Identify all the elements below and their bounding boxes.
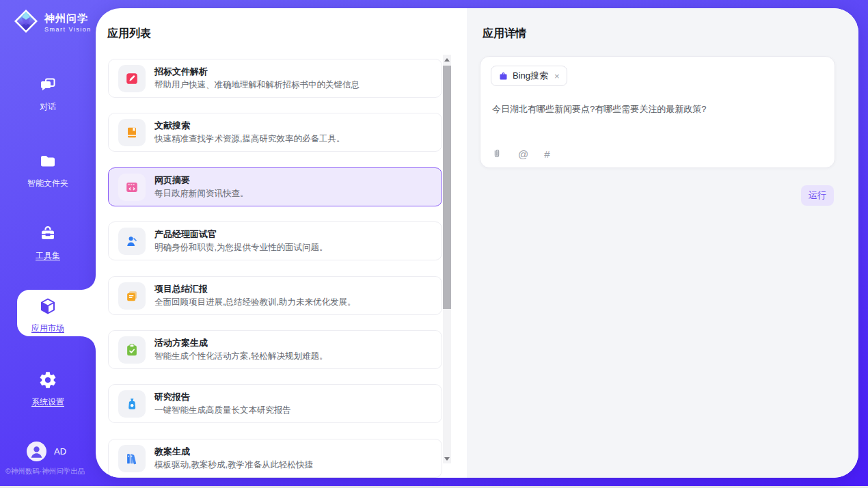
- attachment-icon[interactable]: [491, 148, 502, 160]
- sidebar-item-settings[interactable]: 系统设置: [0, 370, 96, 408]
- app-detail-title: 应用详情: [483, 27, 526, 41]
- triangle-up-icon: [444, 58, 450, 62]
- app-card-desc: 智能生成个性化活动方案,轻松解决规划难题。: [154, 351, 327, 362]
- app-card[interactable]: 招标文件解析帮助用户快速、准确地理解和解析招标书中的关键信息: [108, 59, 442, 98]
- app-card-text: 网页摘要每日政府新闻资讯快查。: [154, 174, 249, 200]
- sidebar-item-smart-folder[interactable]: 智能文件夹: [0, 152, 96, 189]
- app-card-desc: 一键智能生成高质量长文本研究报告: [154, 405, 291, 416]
- brand-name: 神州问学: [44, 12, 92, 25]
- briefcase-icon: [498, 71, 508, 81]
- app-card[interactable]: 项目总结汇报全面回顾项目进展,总结经验教训,助力未来优化发展。: [108, 276, 442, 315]
- app-card-desc: 帮助用户快速、准确地理解和解析招标书中的关键信息: [154, 79, 360, 91]
- app-card[interactable]: 活动方案生成智能生成个性化活动方案,轻松解决规划难题。: [108, 330, 442, 369]
- user-initials: AD: [54, 446, 66, 457]
- app-card[interactable]: 研究报告一键智能生成高质量长文本研究报告: [108, 384, 442, 423]
- folder-icon: [38, 152, 57, 174]
- clipboard-check-icon: [118, 336, 146, 364]
- triangle-down-icon: [444, 457, 450, 461]
- app-card-desc: 全面回顾项目进展,总结经验教训,助力未来优化发展。: [154, 297, 355, 308]
- books-icon: [118, 445, 146, 472]
- brand-diamond-icon: [12, 8, 40, 38]
- app-card-text: 产品经理面试官明确身份和职责,为您提供专业性的面试问题。: [154, 228, 327, 254]
- app-card-title: 招标文件解析: [154, 66, 360, 77]
- app-card-text: 招标文件解析帮助用户快速、准确地理解和解析招标书中的关键信息: [154, 66, 360, 91]
- hashtag-icon[interactable]: #: [544, 148, 550, 160]
- app-card[interactable]: 产品经理面试官明确身份和职责,为您提供专业性的面试问题。: [108, 221, 442, 260]
- sidebar-item-chat[interactable]: 对话: [0, 75, 96, 113]
- app-list-title: 应用列表: [107, 27, 151, 41]
- app-card-title: 项目总结汇报: [154, 283, 355, 295]
- app-card-title: 文献搜索: [154, 120, 344, 131]
- sidebar-item-label: 应用市场: [31, 323, 64, 334]
- app-card[interactable]: 文献搜索快速精准查找学术资源,提高研究效率的必备工具。: [108, 113, 442, 152]
- composer-actions: @ #: [491, 148, 550, 160]
- sidebar-item-label: 智能文件夹: [27, 178, 68, 189]
- avatar: [27, 442, 46, 461]
- app-card-desc: 快速精准查找学术资源,提高研究效率的必备工具。: [154, 133, 344, 145]
- toolbox-icon: [38, 224, 57, 246]
- book-icon: [118, 119, 146, 146]
- scroll-down-button[interactable]: [443, 454, 451, 463]
- sidebar-item-label: 系统设置: [31, 396, 64, 408]
- sidebar: 神州问学 Smart Vision 对话智能文件夹工具集应用市场系统设置 AD …: [0, 0, 96, 486]
- app-card-desc: 每日政府新闻资讯快查。: [154, 188, 249, 200]
- app-card-title: 教案生成: [154, 446, 313, 457]
- ink-bottle-icon: [118, 390, 146, 418]
- cube-icon: [38, 297, 57, 318]
- tag-close-icon[interactable]: ×: [554, 71, 560, 81]
- app-card[interactable]: 教案生成模板驱动,教案秒成,教学准备从此轻松快捷: [108, 439, 442, 478]
- app-card-title: 活动方案生成: [154, 337, 327, 349]
- app-card-text: 文献搜索快速精准查找学术资源,提高研究效率的必备工具。: [154, 120, 344, 145]
- query-text[interactable]: 今日湖北有哪些新闻要点?有哪些需要关注的最新政策?: [492, 103, 820, 116]
- sidebar-item-app-market[interactable]: 应用市场: [0, 297, 96, 334]
- pen-square-icon: [118, 65, 146, 92]
- sidebar-item-toolset[interactable]: 工具集: [0, 224, 96, 262]
- app-card-text: 教案生成模板驱动,教案秒成,教学准备从此轻松快捷: [154, 446, 313, 471]
- scrollbar[interactable]: [443, 55, 451, 463]
- tool-tag-label: Bing搜索: [513, 70, 548, 82]
- app-card-text: 活动方案生成智能生成个性化活动方案,轻松解决规划难题。: [154, 337, 327, 362]
- copyright: ©神州数码·神州问学出品: [5, 467, 85, 476]
- app-card[interactable]: 网页摘要每日政府新闻资讯快查。: [108, 167, 442, 206]
- scrollbar-thumb[interactable]: [443, 66, 451, 309]
- app-card-desc: 模板驱动,教案秒成,教学准备从此轻松快捷: [154, 459, 313, 471]
- interviewer-icon: [118, 228, 146, 255]
- user-profile[interactable]: AD: [27, 442, 66, 461]
- app-card-title: 研究报告: [154, 391, 291, 403]
- mention-icon[interactable]: @: [518, 148, 528, 160]
- browser-code-icon: [118, 174, 146, 201]
- app-card-title: 网页摘要: [154, 174, 249, 186]
- app-card-text: 项目总结汇报全面回顾项目进展,总结经验教训,助力未来优化发展。: [154, 283, 355, 308]
- sidebar-item-label: 对话: [40, 101, 56, 113]
- chat-icon: [38, 75, 57, 97]
- sidebar-item-label: 工具集: [36, 250, 60, 262]
- app-card-title: 产品经理面试官: [154, 228, 327, 240]
- run-button[interactable]: 运行: [801, 185, 834, 206]
- prompt-card[interactable]: Bing搜索 × 今日湖北有哪些新闻要点?有哪些需要关注的最新政策? @ #: [480, 56, 835, 168]
- app-window: 神州问学 Smart Vision 对话智能文件夹工具集应用市场系统设置 AD …: [0, 0, 868, 488]
- brand-subtitle: Smart Vision: [44, 26, 92, 33]
- sticky-notes-icon: [118, 282, 146, 310]
- gear-icon: [38, 370, 57, 392]
- app-card-desc: 明确身份和职责,为您提供专业性的面试问题。: [154, 242, 327, 254]
- main-content: 应用列表 招标文件解析帮助用户快速、准确地理解和解析招标书中的关键信息文献搜索快…: [96, 8, 858, 478]
- tool-tag-bing[interactable]: Bing搜索 ×: [491, 66, 567, 86]
- brand-logo: 神州问学 Smart Vision: [12, 8, 92, 38]
- scroll-up-button[interactable]: [443, 55, 451, 64]
- app-card-text: 研究报告一键智能生成高质量长文本研究报告: [154, 391, 291, 416]
